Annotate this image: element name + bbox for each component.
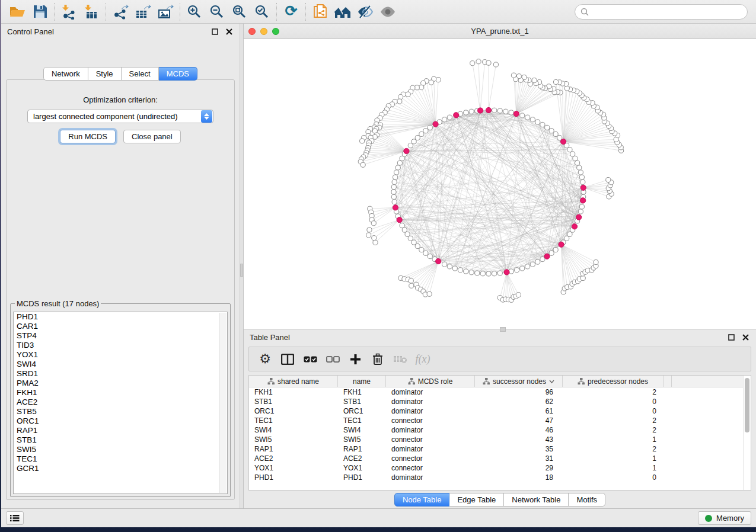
tab-mcds[interactable]: MCDS [159,67,197,81]
table-row[interactable]: YOX1YOX1connector291 [249,463,751,473]
graph-node[interactable] [573,156,578,161]
graph-node[interactable] [361,162,365,167]
task-history-button[interactable] [6,511,24,525]
graph-node-selected[interactable] [560,139,566,144]
graph-node[interactable] [492,271,497,276]
graph-node[interactable] [412,240,416,245]
graph-node[interactable] [476,59,481,64]
horizontal-splitter-grip[interactable] [500,327,506,332]
table-row[interactable]: RAP1RAP1dominator352 [249,444,751,454]
graph-node[interactable] [475,271,480,275]
graph-node[interactable] [436,77,441,82]
mcds-result-item[interactable]: SRD1 [14,369,227,379]
graph-node[interactable] [428,254,432,259]
graph-node[interactable] [486,271,491,276]
graph-node[interactable] [408,236,413,241]
graph-node[interactable] [549,129,554,133]
graph-node[interactable] [545,125,550,130]
zoom-out-icon[interactable] [206,2,228,22]
mcds-result-item[interactable]: FKH1 [14,388,227,398]
graph-node[interactable] [464,269,468,274]
graph-node[interactable] [535,259,540,264]
column-selector-icon[interactable] [277,349,298,369]
tab-edge-table[interactable]: Edge Table [449,493,504,507]
graph-node[interactable] [553,79,558,84]
graph-node[interactable] [575,161,580,165]
mcds-result-item[interactable]: GCR1 [14,464,227,473]
search-input[interactable] [592,7,742,17]
close-panel-button[interactable]: Close panel [123,130,181,143]
tab-select[interactable]: Select [122,67,159,81]
graph-node[interactable] [406,92,410,97]
graph-node[interactable] [540,122,545,127]
column-header-mcds-role[interactable]: MCDS role [386,376,475,387]
network-canvas[interactable] [244,39,756,329]
graph-node[interactable] [392,180,397,184]
table-row[interactable]: SWI5SWI5connector431 [249,435,751,444]
graph-node[interactable] [419,132,424,136]
column-header-shared-name[interactable]: shared name [249,376,338,387]
graph-node[interactable] [532,78,537,83]
graph-node[interactable] [470,61,475,66]
zoom-fit-icon[interactable] [228,2,251,22]
memory-button[interactable]: Memory [698,511,751,525]
table-row[interactable]: ACE2ACE2connector311 [249,454,751,463]
graph-node[interactable] [480,271,485,276]
tab-network[interactable]: Network [43,67,88,81]
graph-node[interactable] [391,185,396,190]
deselect-all-icon[interactable] [323,349,343,369]
graph-node[interactable] [366,233,371,238]
graph-node[interactable] [520,266,525,271]
criterion-dropdown[interactable]: largest connected component (undirected) [27,110,213,123]
graph-node[interactable] [398,94,403,99]
mcds-result-item[interactable]: ACE2 [14,398,227,407]
splitter-grip[interactable] [240,264,243,277]
mcds-result-item[interactable]: ORC1 [14,416,227,426]
mcds-result-list[interactable]: PHD1CAR1STP4TID3YOX1SWI4SRD1PMA2FKH1ACE2… [13,312,228,494]
mcds-result-item[interactable]: STP4 [14,331,227,341]
delete-column-icon[interactable] [368,349,388,369]
graph-node-selected[interactable] [393,205,398,210]
mcds-list-scrollbar[interactable] [219,313,227,493]
tab-style[interactable]: Style [88,67,122,81]
export-image-icon[interactable] [154,2,177,22]
graph-node[interactable] [492,108,497,113]
zoom-selected-icon[interactable] [251,2,273,22]
graph-node[interactable] [516,292,521,297]
network-graph[interactable] [244,39,756,329]
graph-node[interactable] [408,143,413,148]
first-neighbors-icon[interactable] [331,2,354,22]
graph-node[interactable] [486,60,491,65]
graph-node-selected[interactable] [504,270,509,275]
graph-node[interactable] [606,177,611,182]
graph-node[interactable] [391,190,396,194]
table-scrollbar-thumb[interactable] [745,378,749,432]
tab-node-table[interactable]: Node Table [394,493,450,507]
graph-node[interactable] [428,125,432,130]
mcds-result-item[interactable]: STB5 [14,407,227,416]
graph-node[interactable] [423,129,428,133]
graph-node[interactable] [409,278,413,283]
graph-node[interactable] [530,262,535,267]
mcds-result-item[interactable]: TEC1 [14,454,227,464]
graph-node[interactable] [367,227,372,232]
graph-node[interactable] [578,170,583,175]
graph-node[interactable] [580,180,585,184]
graph-node[interactable] [464,110,468,115]
graph-node[interactable] [391,194,396,199]
graph-node[interactable] [447,115,452,120]
graph-node[interactable] [395,165,400,170]
close-window-icon[interactable] [248,28,256,35]
zoom-in-icon[interactable] [183,2,206,22]
hide-selected-icon[interactable] [354,2,377,22]
run-mcds-button[interactable]: Run MCDS [60,130,116,143]
search-field[interactable] [575,4,748,20]
close-panel-icon[interactable] [224,27,234,36]
graph-node[interactable] [567,232,572,236]
graph-node[interactable] [564,86,569,91]
maximize-window-icon[interactable] [272,28,279,35]
graph-node[interactable] [503,109,508,114]
graph-node[interactable] [564,236,569,241]
column-header-name[interactable]: name [338,376,386,387]
graph-node-selected[interactable] [404,148,409,153]
